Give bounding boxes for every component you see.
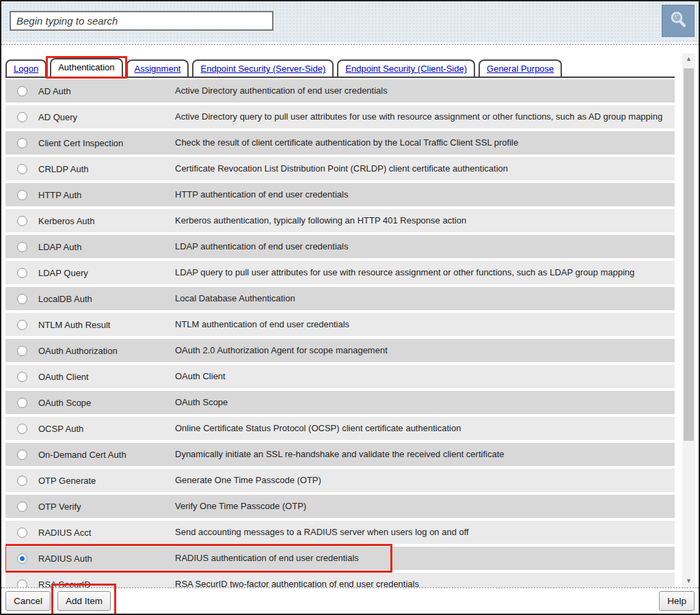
add-item-button[interactable]: Add Item <box>57 591 111 611</box>
item-name: LocalDB Auth <box>38 294 175 304</box>
radio-button[interactable] <box>17 372 27 382</box>
radio-cell <box>5 164 38 174</box>
radio-cell <box>5 242 38 252</box>
item-name: Client Cert Inspection <box>38 138 175 148</box>
category-tabbar: Logon Authentication Assignment Endpoint… <box>5 52 675 78</box>
radio-button[interactable] <box>17 398 27 408</box>
list-item[interactable]: Client Cert Inspection Check the result … <box>5 131 675 154</box>
radio-button[interactable] <box>17 476 27 486</box>
search-button[interactable] <box>662 5 695 37</box>
radio-button[interactable] <box>17 294 27 304</box>
radio-cell <box>5 320 38 330</box>
radio-button[interactable] <box>17 242 27 252</box>
list-item[interactable]: Kerberos Auth Kerberos authentication, t… <box>5 209 675 232</box>
scrollbar-thumb[interactable] <box>684 68 694 441</box>
item-description: Verify One Time Passcode (OTP) <box>175 501 675 512</box>
radio-button[interactable] <box>17 528 27 538</box>
radio-cell <box>5 190 38 200</box>
tab-general-purpose[interactable]: General Purpose <box>479 59 562 77</box>
footer-bar: Cancel Add Item Help <box>1 588 699 614</box>
radio-button[interactable] <box>17 554 27 564</box>
item-name: NTLM Auth Result <box>38 320 175 330</box>
radio-cell <box>5 554 38 564</box>
cancel-button[interactable]: Cancel <box>5 591 51 611</box>
item-name: OAuth Client <box>38 372 175 382</box>
radio-cell <box>5 502 38 512</box>
item-name: HTTP Auth <box>38 190 175 200</box>
list-item[interactable]: RSA SecurID RSA SecurID two-factor authe… <box>5 573 675 588</box>
list-item[interactable]: LDAP Auth LDAP authentication of end use… <box>5 235 675 258</box>
radio-button[interactable] <box>17 112 27 122</box>
tab-endpoint-security-server-side[interactable]: Endpoint Security (Server-Side) <box>192 59 334 77</box>
item-description: HTTP authentication of end user credenti… <box>175 189 675 200</box>
list-item[interactable]: HTTP Auth HTTP authentication of end use… <box>5 183 675 206</box>
help-button[interactable]: Help <box>659 591 695 611</box>
list-item[interactable]: OAuth Client OAuth Client <box>5 365 675 388</box>
list-item[interactable]: AD Auth Active Directory authentication … <box>5 79 675 102</box>
radio-cell <box>5 346 38 356</box>
item-description: Active Directory authentication of end u… <box>175 85 675 96</box>
radio-button[interactable] <box>17 424 27 434</box>
magnifier-icon <box>668 10 688 33</box>
item-description: Check the result of client certificate a… <box>175 137 675 148</box>
tab-authentication-label: Authentication <box>58 62 114 72</box>
radio-cell <box>5 424 38 434</box>
item-description: Local Database Authentication <box>175 293 675 304</box>
radio-cell <box>5 528 38 538</box>
radio-button[interactable] <box>17 138 27 148</box>
radio-button[interactable] <box>17 216 27 226</box>
radio-button[interactable] <box>17 450 27 460</box>
list-item[interactable]: CRLDP Auth Certificate Revocation List D… <box>5 157 675 180</box>
item-name: LDAP Auth <box>38 242 175 252</box>
radio-button[interactable] <box>17 164 27 174</box>
tab-logon[interactable]: Logon <box>5 59 46 77</box>
item-name: RADIUS Acct <box>38 528 175 538</box>
vertical-scrollbar[interactable]: ▲ ▼ <box>682 53 695 587</box>
tab-endpoint-security-client-side[interactable]: Endpoint Security (Client-Side) <box>337 59 475 77</box>
scroll-down-arrow-icon[interactable]: ▼ <box>682 575 695 587</box>
tab-authentication[interactable]: Authentication <box>50 58 122 78</box>
radio-button[interactable] <box>17 346 27 356</box>
item-description: NTLM authentication of end user credenti… <box>175 319 675 330</box>
item-name: AD Query <box>38 112 175 122</box>
search-input[interactable] <box>10 11 273 31</box>
list-item[interactable]: LocalDB Auth Local Database Authenticati… <box>5 287 675 310</box>
list-item[interactable]: AD Query Active Directory query to pull … <box>5 105 675 128</box>
item-name: AD Auth <box>38 86 175 96</box>
list-item[interactable]: OTP Generate Generate One Time Passcode … <box>5 469 675 492</box>
radio-button[interactable] <box>17 502 27 512</box>
list-item[interactable]: OTP Verify Verify One Time Passcode (OTP… <box>5 495 675 518</box>
radio-button[interactable] <box>17 320 27 330</box>
item-description: Certificate Revocation List Distribution… <box>175 163 675 174</box>
list-item[interactable]: On-Demand Cert Auth Dynamically initiate… <box>5 443 675 466</box>
list-item[interactable]: OAuth Scope OAuth Scope <box>5 391 675 414</box>
item-description: LDAP query to pull user attributes for u… <box>175 267 675 278</box>
item-name: RADIUS Auth <box>38 554 175 564</box>
tab-endpoint-security-client-side-label: Endpoint Security (Client-Side) <box>345 64 467 74</box>
radio-button[interactable] <box>17 86 27 96</box>
header-separator <box>1 44 699 45</box>
list-item[interactable]: OCSP Auth Online Certificate Status Prot… <box>5 417 675 440</box>
scroll-up-arrow-icon[interactable]: ▲ <box>682 53 695 65</box>
tab-logon-label: Logon <box>14 64 38 74</box>
agent-item-list: AD Auth Active Directory authentication … <box>5 79 675 588</box>
radio-cell <box>5 294 38 304</box>
radio-button[interactable] <box>17 190 27 200</box>
radio-cell <box>5 450 38 460</box>
list-item[interactable]: LDAP Query LDAP query to pull user attri… <box>5 261 675 284</box>
list-item[interactable]: RADIUS Acct Send accounting messages to … <box>5 521 675 544</box>
list-item[interactable]: NTLM Auth Result NTLM authentication of … <box>5 313 675 336</box>
item-description: LDAP authentication of end user credenti… <box>175 241 675 252</box>
item-description: Active Directory query to pull user attr… <box>175 111 675 122</box>
radio-button[interactable] <box>17 268 27 278</box>
item-name: OAuth Scope <box>38 398 175 408</box>
item-name: OCSP Auth <box>38 424 175 434</box>
item-name: On-Demand Cert Auth <box>38 450 175 460</box>
radio-cell <box>5 268 38 278</box>
tab-assignment[interactable]: Assignment <box>126 59 189 77</box>
radio-cell <box>5 398 38 408</box>
list-item[interactable]: RADIUS Auth RADIUS authentication of end… <box>5 547 675 570</box>
list-item[interactable]: OAuth Authorization OAuth 2.0 Authorizat… <box>5 339 675 362</box>
tab-endpoint-security-server-side-label: Endpoint Security (Server-Side) <box>200 64 325 74</box>
item-description: OAuth Client <box>175 371 675 382</box>
